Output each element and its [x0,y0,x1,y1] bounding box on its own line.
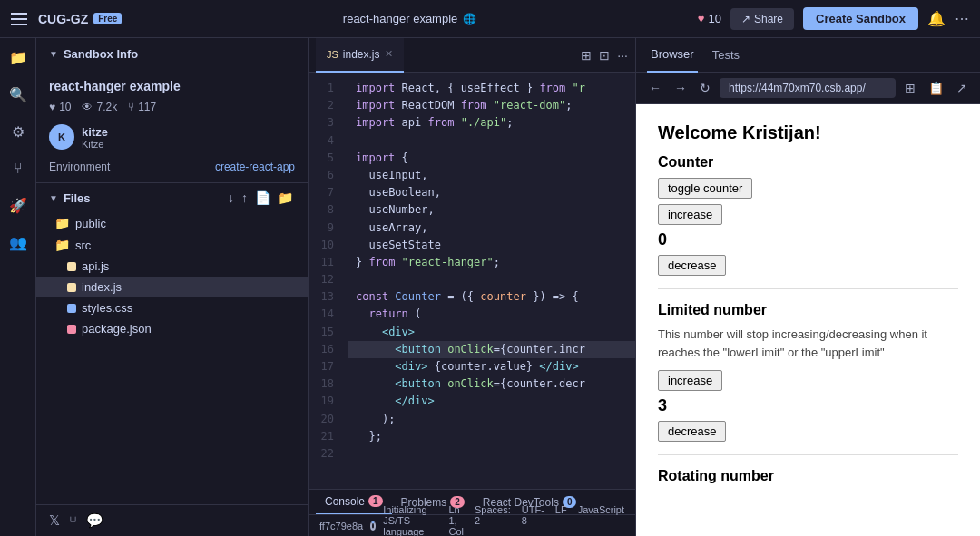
files-actions: ↓ ↑ 📄 📁 [226,190,295,205]
code-line-19: </div> [348,393,635,410]
hamburger-menu[interactable] [11,13,27,25]
files-header[interactable]: ▼ Files ↓ ↑ 📄 📁 [36,183,308,212]
file-api-js[interactable]: api.js [36,256,308,277]
heart-meta-count: 10 [59,101,71,113]
file-index-js[interactable]: index.js [36,277,308,297]
avatar: K [49,124,74,150]
url-bar[interactable] [720,78,896,98]
line-numbers: 1234 5678 9101112 13141516 17181920 2122 [309,73,341,489]
main-layout: 📁 🔍 ⚙ ⑂ 🚀 👥 ▼ Sandbox Info react-hanger … [0,38,980,536]
indentation: Spaces: 2 [475,504,511,537]
tab-index-js[interactable]: JS index.js ✕ [316,38,404,73]
forks-count: 117 [138,101,156,113]
refresh-button[interactable]: ↻ [696,79,714,97]
back-button[interactable]: ← [645,79,665,97]
code-line-6: useInput, [348,167,635,184]
heart-meta: ♥ 10 [49,101,71,113]
split-editor-icon[interactable]: ⊞ [581,48,592,63]
limited-desc: This number will stop increasing/decreas… [658,326,958,361]
editor-tabs: JS index.js ✕ ⊞ ⊡ ··· [309,38,635,73]
share-arrow-icon: ↗ [741,13,750,25]
file-package-json[interactable]: package.json [36,318,308,339]
more-options-icon[interactable]: ⋯ [955,10,969,27]
discord-icon[interactable]: 💬 [86,512,103,529]
share-button[interactable]: ↗ Share [730,8,794,30]
increase-button[interactable]: increase [658,204,722,225]
terminal-icon[interactable]: ⊡ [599,48,610,63]
folder-src-icon: 📁 [54,238,70,252]
toggle-counter-button[interactable]: toggle counter [658,178,752,199]
js-file-icon [67,283,76,292]
heart-number: 10 [709,12,721,25]
open-new-tab-icon[interactable]: ⊞ [901,79,919,97]
team-rail-icon[interactable]: 👥 [5,230,31,255]
tab-browser[interactable]: Browser [647,38,698,73]
topbar-right: ♥ 10 ↗ Share Create Sandbox 🔔 ⋯ [698,7,969,30]
code-content: 1234 5678 9101112 13141516 17181920 2122… [309,73,635,489]
folder-public[interactable]: 📁 public [36,212,308,234]
js-tab-icon: JS [327,49,338,60]
more-editor-icon[interactable]: ··· [617,48,628,63]
sidebar: ▼ Sandbox Info react-hanger example ♥ 10… [36,38,309,536]
user-row: K kitze Kitze [49,124,295,150]
github-icon[interactable]: ⑂ [69,513,77,529]
status-right: Ln 1, Col 1 Spaces: 2 UTF-8 LF JavaScrip… [448,504,624,537]
new-folder-icon[interactable]: 📁 [276,190,295,205]
code-line-13: const Counter = ({ counter }) => { [348,288,635,306]
create-sandbox-button[interactable]: Create Sandbox [803,7,918,30]
copy-url-icon[interactable]: 📋 [925,79,947,97]
limited-decrease-button[interactable]: decrease [658,421,726,442]
bell-icon[interactable]: 🔔 [927,10,946,27]
env-label: Environment [49,161,110,173]
brand: CUG-GZ Free [38,12,122,26]
limited-number-title: Limited number [658,302,958,318]
brand-name: CUG-GZ [38,12,88,26]
code-line-9: useArray, [348,219,635,237]
file-styles-css[interactable]: styles.css [36,297,308,318]
line-ending: LF [555,504,567,537]
folder-public-icon: 📁 [54,216,70,230]
settings-rail-icon[interactable]: ⚙ [8,120,28,144]
browser-tabs: Browser Tests [636,38,980,73]
status-bar: ff7c79e8a Initializing JS/TS language fe… [309,514,635,536]
code-line-12 [348,271,635,288]
search-rail-icon[interactable]: 🔍 [5,83,31,107]
browser-content: Welcome Kristijan! Counter toggle counte… [636,104,980,536]
section-divider [658,288,958,289]
forks-meta: ⑂ 117 [128,101,156,113]
sandbox-info-header[interactable]: ▼ Sandbox Info [36,38,308,70]
files-rail-icon[interactable]: 📁 [5,45,31,70]
eye-icon: 👁 [82,101,93,113]
tab-close-icon[interactable]: ✕ [385,48,393,60]
deploy-rail-icon[interactable]: 🚀 [5,193,31,218]
folder-src[interactable]: 📁 src [36,234,308,256]
sort-asc-icon[interactable]: ↑ [240,190,250,205]
sandbox-meta: ♥ 10 👁 7.2k ⑂ 117 [49,101,295,113]
code-editor[interactable]: 1234 5678 9101112 13141516 17181920 2122… [309,73,635,489]
git-rail-icon[interactable]: ⑂ [10,157,26,180]
file-package-json-name: package.json [82,322,152,336]
decrease-button[interactable]: decrease [658,255,726,276]
forward-button[interactable]: → [671,79,691,97]
left-icon-rail: 📁 🔍 ⚙ ⑂ 🚀 👥 [0,38,36,536]
code-line-14: return ( [348,306,635,323]
open-external-icon[interactable]: ↗ [953,79,971,97]
code-line-22 [348,445,635,463]
code-line-2: import ReactDOM from "react-dom"; [348,97,635,114]
views-count: 7.2k [96,101,117,113]
heart-meta-icon: ♥ [49,101,55,113]
limited-increase-button[interactable]: increase [658,370,722,391]
code-line-17: <div> {counter.value} </div> [348,358,635,375]
views-meta: 👁 7.2k [82,101,117,113]
twitter-icon[interactable]: 𝕏 [49,512,60,529]
project-title-text: react-hanger example [343,12,457,25]
tab-tests[interactable]: Tests [709,48,743,62]
tab-index-js-label: index.js [343,48,380,61]
sort-desc-icon[interactable]: ↓ [226,190,236,205]
user-info: kitze Kitze [82,125,108,150]
environment-row: Environment create-react-app [49,161,295,173]
loading-spinner [370,521,376,531]
css-file-icon [67,304,76,313]
new-file-icon[interactable]: 📄 [253,190,272,205]
file-styles-css-name: styles.css [82,301,132,315]
